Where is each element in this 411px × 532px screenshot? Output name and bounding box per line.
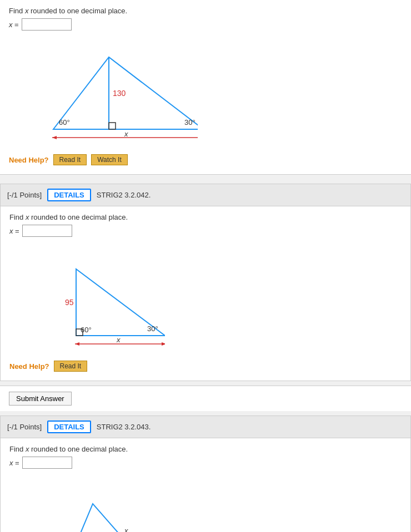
problem-body-2: Find x rounded to one decimal place. x =… (1, 206, 410, 381)
need-help-label-1: Need Help? (9, 156, 49, 164)
angle1-label-1: 60° (59, 118, 70, 126)
x-label-1: x = (9, 21, 19, 29)
watch-it-button-1[interactable]: Watch It (91, 154, 128, 165)
submit-answer-button[interactable]: Submit Answer (9, 392, 72, 406)
submit-row: Submit Answer (0, 386, 411, 411)
read-it-button-2[interactable]: Read It (54, 361, 88, 372)
x-label-3: x = (9, 459, 19, 467)
problem-section-3: [-/1 Points] DETAILS STRIG2 3.2.043. Fin… (0, 416, 411, 532)
read-it-button-1[interactable]: Read It (53, 154, 87, 165)
svg-marker-4 (52, 136, 57, 139)
need-help-row-1: Need Help? Read It Watch It (9, 154, 402, 165)
problem-instruction-3: Find x rounded to one decimal place. (9, 445, 402, 453)
angle2-label-2: 30° (147, 325, 158, 333)
x-arrow-label-2: x (116, 336, 121, 344)
points-label-2: [-/1 Points] (7, 191, 42, 199)
details-badge-3[interactable]: DETAILS (47, 420, 91, 433)
svg-marker-11 (65, 504, 151, 532)
x-arrow-label-1: x (124, 130, 128, 138)
x-input-1[interactable] (22, 18, 72, 31)
problem-id-3: STRIG2 3.2.043. (97, 423, 151, 431)
angle1-label-2: 60° (81, 326, 92, 334)
x-label-2: x = (9, 227, 19, 235)
svg-marker-9 (75, 342, 79, 346)
diagram-1: 130 60° 30° x (9, 35, 402, 148)
diagram-3: 55 x 65° 60° (9, 473, 402, 532)
need-help-label-2: Need Help? (9, 362, 49, 371)
problem-header-2: [-/1 Points] DETAILS STRIG2 3.2.042. (1, 184, 410, 206)
angle2-label-1: 30° (184, 118, 196, 126)
svg-marker-10 (162, 342, 165, 346)
need-help-row-2: Need Help? Read It (9, 361, 402, 372)
problem-section-1: Find x rounded to one decimal place. x =… (0, 0, 411, 175)
problem-instruction-1: Find x rounded to one decimal place. (9, 7, 402, 15)
problem-body-3: Find x rounded to one decimal place. x =… (1, 438, 410, 532)
problem-section-2: [-/1 Points] DETAILS STRIG2 3.2.042. Fin… (0, 184, 411, 381)
problem-header-3: [-/1 Points] DETAILS STRIG2 3.2.043. (1, 416, 410, 438)
x-input-3[interactable] (22, 457, 72, 469)
details-badge-2[interactable]: DETAILS (47, 189, 91, 201)
triangle-svg-2: 95 60° 30° x (9, 241, 165, 352)
problem-instruction-2: Find x rounded to one decimal place. (9, 213, 402, 221)
x-input-2[interactable] (22, 225, 72, 237)
x-hyp-label-3: x (124, 526, 128, 532)
triangle-svg-1: 130 60° 30° x (9, 35, 198, 146)
side-label-2: 95 (65, 298, 74, 307)
triangle-svg-3: 55 x 65° 60° (9, 473, 154, 532)
points-label-3: [-/1 Points] (7, 423, 42, 431)
svg-rect-2 (109, 123, 116, 129)
diagram-2: 95 60° 30° x (9, 241, 402, 354)
side-label-1: 130 (113, 89, 126, 98)
problem-id-2: STRIG2 3.2.042. (97, 191, 151, 199)
